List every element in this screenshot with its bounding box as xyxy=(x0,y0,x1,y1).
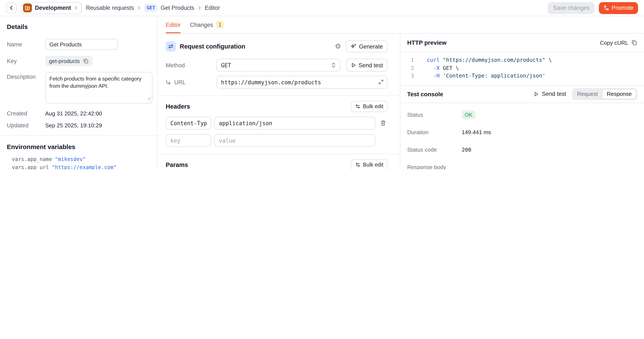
description-label: Description xyxy=(7,72,45,80)
tab-changes-label: Changes xyxy=(190,22,213,28)
play-icon xyxy=(534,92,539,97)
status-code-label: Status code xyxy=(407,147,462,153)
status-code-row: Status code 200 xyxy=(407,145,637,155)
folder-icon xyxy=(23,4,32,12)
response-stats: Status OK Duration 149.441 ms Status cod… xyxy=(400,103,644,170)
tab-editor-label: Editor xyxy=(166,22,181,28)
updated-label: Updated xyxy=(7,122,45,128)
http-preview-title: HTTP preview xyxy=(407,39,446,46)
swap-arrows-icon xyxy=(166,41,176,52)
updated-value: Sep 25 2025, 19:10:29 xyxy=(45,122,102,128)
workspace-switcher[interactable]: Development xyxy=(21,2,82,14)
header-key-input[interactable] xyxy=(166,134,211,147)
key-row: Key get-products xyxy=(7,56,150,66)
method-row: Method GET Send t xyxy=(166,59,388,72)
headers-bulk-edit-button[interactable]: Bulk edit xyxy=(351,101,388,112)
method-select[interactable]: GET xyxy=(216,59,340,72)
code-content: -H 'Content-Type: application/json' xyxy=(427,72,637,80)
content-area: Details Name Key get-products Descripti xyxy=(0,16,644,170)
test-console-title: Test console xyxy=(407,91,528,98)
url-input[interactable] xyxy=(216,76,388,88)
params-header: Params Bulk edit xyxy=(166,154,388,170)
toggle-response[interactable]: Response xyxy=(602,89,636,99)
params-bulk-edit-button[interactable]: Bulk edit xyxy=(351,159,388,170)
line-number: 2 xyxy=(407,64,414,72)
expand-icon[interactable] xyxy=(378,79,384,85)
copy-curl-button[interactable]: Copy cURL xyxy=(600,40,637,46)
duration-label: Duration xyxy=(407,129,462,136)
promote-branch-icon xyxy=(604,5,609,11)
headers-header: Headers Bulk edit xyxy=(166,96,388,112)
updated-row: Updated Sep 25 2025, 19:10:29 xyxy=(7,122,150,128)
name-row: Name xyxy=(7,39,150,50)
changes-count-badge: 1 xyxy=(216,21,224,28)
generate-button[interactable]: Generate xyxy=(346,40,388,52)
property-row: vars.app_name"mikesdev" xyxy=(7,156,150,164)
tab-editor[interactable]: Editor xyxy=(166,16,181,33)
return-arrow-icon xyxy=(166,80,171,85)
code-content: curl "https://dummyjson.com/products" \ xyxy=(427,56,637,64)
details-title: Details xyxy=(7,23,150,30)
duration-value: 149.441 ms xyxy=(462,129,491,136)
console-send-test-label: Send test xyxy=(542,91,566,97)
headers-title: Headers xyxy=(166,103,190,110)
property-row: vars.app_url"https://example.com" xyxy=(7,164,150,170)
duration-row: Duration 149.441 ms xyxy=(407,127,637,138)
environment-variables-list: vars.app_name"mikesdev"vars.app_url"http… xyxy=(7,156,150,170)
main-area: Editor Changes 1 Request configura xyxy=(158,16,644,170)
response-body-row: Response body xyxy=(407,162,637,170)
method-label: Method xyxy=(166,62,216,68)
request-editor-column: Request configuration ⚙ Generate Method xyxy=(158,34,400,170)
chevron-right-icon xyxy=(74,6,78,10)
chevron-right-icon xyxy=(137,6,141,10)
url-label: URL xyxy=(174,79,186,86)
status-label: Status xyxy=(407,112,462,118)
line-number: 3 xyxy=(407,72,414,80)
status-code-value: 200 xyxy=(462,147,471,153)
status-row: Status OK xyxy=(407,110,637,120)
trash-icon[interactable] xyxy=(380,120,386,126)
divider xyxy=(0,136,157,136)
description-textarea[interactable]: Fetch products from a specific category … xyxy=(45,72,152,104)
property-name: vars.app_url xyxy=(12,164,49,170)
send-test-button[interactable]: Send test xyxy=(346,59,388,72)
header-key-input[interactable] xyxy=(166,117,211,130)
code-line: 1curl "https://dummyjson.com/products" \ xyxy=(407,56,637,64)
header-row xyxy=(166,117,388,130)
details-sidebar: Details Name Key get-products Descripti xyxy=(0,16,158,170)
headers-section: Headers Bulk edit xyxy=(158,96,400,154)
bulk-edit-label: Bulk edit xyxy=(363,104,383,110)
copy-key-button[interactable] xyxy=(83,58,89,64)
breadcrumb-request-name[interactable]: Get Products xyxy=(160,5,194,11)
code-line: 2 -X GET \ xyxy=(407,64,637,72)
console-send-test-button[interactable]: Send test xyxy=(534,91,566,97)
header-value-input[interactable] xyxy=(214,134,375,147)
toggle-request[interactable]: Request xyxy=(573,89,602,99)
workspace-label: Development xyxy=(35,5,71,11)
tab-strip: Editor Changes 1 xyxy=(158,16,644,34)
promote-button[interactable]: Promote xyxy=(599,2,638,14)
breadcrumb: Reusable requests GET Get Products Edito… xyxy=(86,4,220,12)
property-value: "https://example.com" xyxy=(52,164,116,170)
http-preview-header: HTTP preview Copy cURL xyxy=(400,34,644,52)
sparkles-icon xyxy=(350,44,356,50)
copy-curl-label: Copy cURL xyxy=(600,40,628,46)
key-badge: get-products xyxy=(45,56,93,66)
header-value-input[interactable] xyxy=(214,117,375,130)
chevron-left-icon xyxy=(9,6,14,10)
save-changes-button[interactable]: Save changes xyxy=(548,2,594,14)
back-button[interactable] xyxy=(6,2,16,13)
key-label: Key xyxy=(7,58,45,64)
promote-label: Promote xyxy=(612,5,633,11)
app-window: Development Reusable requests GET Get Pr… xyxy=(0,0,644,170)
name-input[interactable] xyxy=(45,39,118,50)
play-icon xyxy=(351,62,356,68)
property-name: vars.app_name xyxy=(12,156,52,164)
tab-changes[interactable]: Changes 1 xyxy=(190,16,224,33)
gear-icon[interactable]: ⚙ xyxy=(334,42,342,51)
breadcrumb-reusable-requests[interactable]: Reusable requests xyxy=(86,5,134,11)
name-label: Name xyxy=(7,41,45,48)
response-body-label: Response body xyxy=(407,164,462,170)
request-configuration-title: Request configuration xyxy=(180,43,330,50)
method-badge: GET xyxy=(144,4,158,12)
